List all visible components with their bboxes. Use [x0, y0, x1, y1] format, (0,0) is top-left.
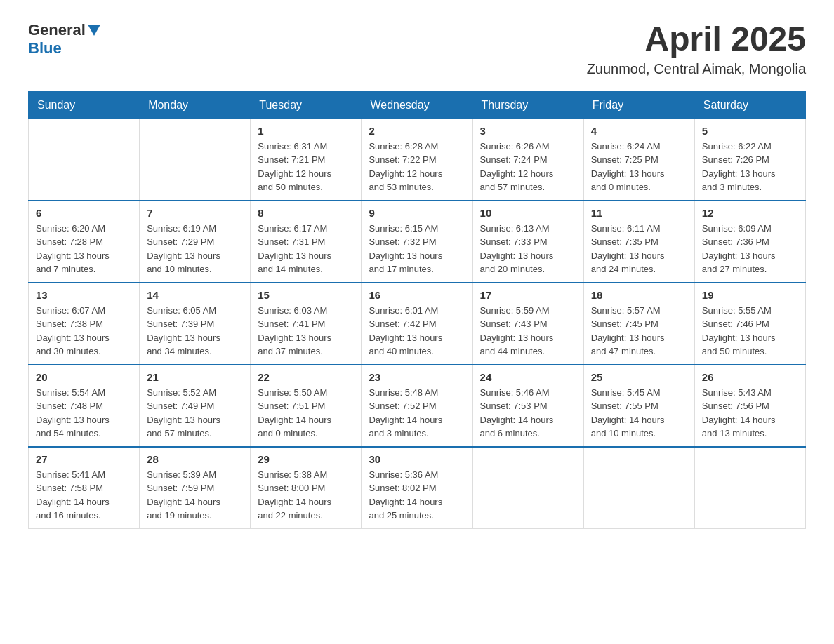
calendar-week-row: 6Sunrise: 6:20 AM Sunset: 7:28 PM Daylig…: [29, 201, 806, 283]
day-info: Sunrise: 6:01 AM Sunset: 7:42 PM Dayligh…: [369, 304, 465, 358]
calendar-cell: 8Sunrise: 6:17 AM Sunset: 7:31 PM Daylig…: [251, 201, 362, 283]
calendar-cell: [140, 119, 251, 201]
day-info: Sunrise: 5:36 AM Sunset: 8:02 PM Dayligh…: [369, 468, 465, 523]
calendar-cell: [472, 447, 583, 529]
calendar-cell: 4Sunrise: 6:24 AM Sunset: 7:25 PM Daylig…: [583, 119, 694, 201]
calendar-cell: 16Sunrise: 6:01 AM Sunset: 7:42 PM Dayli…: [362, 283, 472, 365]
calendar-cell: 27Sunrise: 5:41 AM Sunset: 7:58 PM Dayli…: [29, 447, 140, 529]
calendar-cell: 13Sunrise: 6:07 AM Sunset: 7:38 PM Dayli…: [29, 283, 140, 365]
calendar-cell: 21Sunrise: 5:52 AM Sunset: 7:49 PM Dayli…: [140, 365, 251, 447]
day-info: Sunrise: 6:07 AM Sunset: 7:38 PM Dayligh…: [36, 304, 132, 358]
logo: General Blue: [28, 21, 100, 58]
day-number: 28: [147, 453, 243, 465]
day-info: Sunrise: 5:52 AM Sunset: 7:49 PM Dayligh…: [147, 386, 243, 441]
day-number: 3: [480, 125, 576, 137]
day-number: 5: [702, 125, 798, 137]
day-info: Sunrise: 5:43 AM Sunset: 7:56 PM Dayligh…: [702, 386, 798, 441]
day-number: 16: [369, 289, 465, 301]
day-number: 23: [369, 371, 465, 383]
calendar-cell: 24Sunrise: 5:46 AM Sunset: 7:53 PM Dayli…: [472, 365, 583, 447]
day-info: Sunrise: 6:05 AM Sunset: 7:39 PM Dayligh…: [147, 304, 243, 358]
page-header: General Blue April 2025 Zuunmod, Central…: [28, 21, 806, 77]
calendar-cell: 6Sunrise: 6:20 AM Sunset: 7:28 PM Daylig…: [29, 201, 140, 283]
calendar-cell: 18Sunrise: 5:57 AM Sunset: 7:45 PM Dayli…: [583, 283, 694, 365]
day-number: 21: [147, 371, 243, 383]
calendar-cell: 22Sunrise: 5:50 AM Sunset: 7:51 PM Dayli…: [251, 365, 362, 447]
day-info: Sunrise: 5:55 AM Sunset: 7:46 PM Dayligh…: [702, 304, 798, 358]
calendar-header-row: SundayMondayTuesdayWednesdayThursdayFrid…: [29, 91, 806, 119]
calendar-cell: 2Sunrise: 6:28 AM Sunset: 7:22 PM Daylig…: [362, 119, 472, 201]
day-info: Sunrise: 6:09 AM Sunset: 7:36 PM Dayligh…: [702, 222, 798, 276]
calendar-cell: 10Sunrise: 6:13 AM Sunset: 7:33 PM Dayli…: [472, 201, 583, 283]
calendar-cell: 26Sunrise: 5:43 AM Sunset: 7:56 PM Dayli…: [694, 365, 805, 447]
day-info: Sunrise: 6:11 AM Sunset: 7:35 PM Dayligh…: [591, 222, 687, 276]
day-info: Sunrise: 6:24 AM Sunset: 7:25 PM Dayligh…: [591, 140, 687, 194]
calendar-cell: 7Sunrise: 6:19 AM Sunset: 7:29 PM Daylig…: [140, 201, 251, 283]
day-number: 7: [147, 207, 243, 219]
calendar-cell: 17Sunrise: 5:59 AM Sunset: 7:43 PM Dayli…: [472, 283, 583, 365]
logo-blue-text: Blue: [28, 39, 62, 57]
day-number: 1: [258, 125, 354, 137]
day-info: Sunrise: 6:19 AM Sunset: 7:29 PM Dayligh…: [147, 222, 243, 276]
calendar-week-row: 13Sunrise: 6:07 AM Sunset: 7:38 PM Dayli…: [29, 283, 806, 365]
day-number: 11: [591, 207, 687, 219]
calendar-cell: 19Sunrise: 5:55 AM Sunset: 7:46 PM Dayli…: [694, 283, 805, 365]
day-number: 29: [258, 453, 354, 465]
weekday-header-wednesday: Wednesday: [362, 91, 472, 119]
weekday-header-tuesday: Tuesday: [251, 91, 362, 119]
calendar-cell: 12Sunrise: 6:09 AM Sunset: 7:36 PM Dayli…: [694, 201, 805, 283]
weekday-header-friday: Friday: [583, 91, 694, 119]
day-info: Sunrise: 5:41 AM Sunset: 7:58 PM Dayligh…: [36, 468, 132, 523]
calendar-cell: [29, 119, 140, 201]
calendar-cell: 20Sunrise: 5:54 AM Sunset: 7:48 PM Dayli…: [29, 365, 140, 447]
day-info: Sunrise: 5:48 AM Sunset: 7:52 PM Dayligh…: [369, 386, 465, 441]
calendar-cell: 14Sunrise: 6:05 AM Sunset: 7:39 PM Dayli…: [140, 283, 251, 365]
day-number: 26: [702, 371, 798, 383]
day-number: 27: [36, 453, 132, 465]
month-title: April 2025: [587, 21, 806, 58]
calendar-cell: 11Sunrise: 6:11 AM Sunset: 7:35 PM Dayli…: [583, 201, 694, 283]
day-info: Sunrise: 6:20 AM Sunset: 7:28 PM Dayligh…: [36, 222, 132, 276]
calendar-cell: 30Sunrise: 5:36 AM Sunset: 8:02 PM Dayli…: [362, 447, 472, 529]
calendar-cell: 15Sunrise: 6:03 AM Sunset: 7:41 PM Dayli…: [251, 283, 362, 365]
day-info: Sunrise: 6:22 AM Sunset: 7:26 PM Dayligh…: [702, 140, 798, 194]
calendar-cell: 28Sunrise: 5:39 AM Sunset: 7:59 PM Dayli…: [140, 447, 251, 529]
day-info: Sunrise: 5:38 AM Sunset: 8:00 PM Dayligh…: [258, 468, 354, 523]
day-info: Sunrise: 6:03 AM Sunset: 7:41 PM Dayligh…: [258, 304, 354, 358]
svg-marker-0: [88, 25, 100, 36]
calendar-cell: 25Sunrise: 5:45 AM Sunset: 7:55 PM Dayli…: [583, 365, 694, 447]
day-number: 10: [480, 207, 576, 219]
day-info: Sunrise: 5:46 AM Sunset: 7:53 PM Dayligh…: [480, 386, 576, 441]
calendar-cell: 5Sunrise: 6:22 AM Sunset: 7:26 PM Daylig…: [694, 119, 805, 201]
weekday-header-thursday: Thursday: [472, 91, 583, 119]
day-number: 2: [369, 125, 465, 137]
day-info: Sunrise: 5:39 AM Sunset: 7:59 PM Dayligh…: [147, 468, 243, 523]
day-number: 17: [480, 289, 576, 301]
day-info: Sunrise: 5:45 AM Sunset: 7:55 PM Dayligh…: [591, 386, 687, 441]
title-section: April 2025 Zuunmod, Central Aimak, Mongo…: [587, 21, 806, 77]
calendar-cell: 3Sunrise: 6:26 AM Sunset: 7:24 PM Daylig…: [472, 119, 583, 201]
day-number: 18: [591, 289, 687, 301]
day-number: 15: [258, 289, 354, 301]
day-info: Sunrise: 5:50 AM Sunset: 7:51 PM Dayligh…: [258, 386, 354, 441]
calendar-cell: 23Sunrise: 5:48 AM Sunset: 7:52 PM Dayli…: [362, 365, 472, 447]
day-number: 24: [480, 371, 576, 383]
day-info: Sunrise: 6:17 AM Sunset: 7:31 PM Dayligh…: [258, 222, 354, 276]
calendar-cell: [583, 447, 694, 529]
calendar-week-row: 27Sunrise: 5:41 AM Sunset: 7:58 PM Dayli…: [29, 447, 806, 529]
day-info: Sunrise: 6:26 AM Sunset: 7:24 PM Dayligh…: [480, 140, 576, 194]
day-number: 9: [369, 207, 465, 219]
day-info: Sunrise: 5:54 AM Sunset: 7:48 PM Dayligh…: [36, 386, 132, 441]
day-info: Sunrise: 6:28 AM Sunset: 7:22 PM Dayligh…: [369, 140, 465, 194]
day-info: Sunrise: 6:13 AM Sunset: 7:33 PM Dayligh…: [480, 222, 576, 276]
calendar-table: SundayMondayTuesdayWednesdayThursdayFrid…: [28, 91, 806, 529]
logo-triangle-icon: [88, 25, 100, 37]
day-number: 20: [36, 371, 132, 383]
day-info: Sunrise: 6:15 AM Sunset: 7:32 PM Dayligh…: [369, 222, 465, 276]
weekday-header-monday: Monday: [140, 91, 251, 119]
day-number: 6: [36, 207, 132, 219]
location-title: Zuunmod, Central Aimak, Mongolia: [587, 61, 806, 77]
calendar-week-row: 20Sunrise: 5:54 AM Sunset: 7:48 PM Dayli…: [29, 365, 806, 447]
day-number: 19: [702, 289, 798, 301]
day-info: Sunrise: 5:59 AM Sunset: 7:43 PM Dayligh…: [480, 304, 576, 358]
